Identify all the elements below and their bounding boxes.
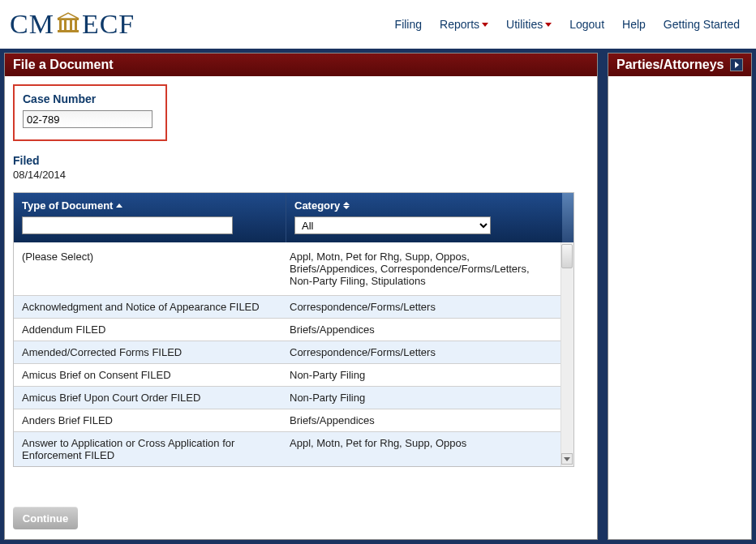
nav-reports[interactable]: Reports xyxy=(440,18,488,31)
table-row[interactable]: Amicus Brief on Consent FILED Non-Party … xyxy=(14,363,573,386)
case-number-box: Case Number xyxy=(13,84,167,141)
svg-rect-1 xyxy=(58,19,79,20)
table-row[interactable]: Amicus Brief Upon Court Order FILED Non-… xyxy=(14,386,573,409)
table-row[interactable]: Acknowledgment and Notice of Appearance … xyxy=(14,295,573,318)
svg-rect-2 xyxy=(59,20,62,30)
cell-doc: Anders Brief FILED xyxy=(14,409,286,431)
svg-rect-5 xyxy=(75,20,77,30)
cell-doc: Amicus Brief Upon Court Order FILED xyxy=(14,387,286,409)
cell-cat: Non-Party Filing xyxy=(286,387,561,409)
svg-rect-3 xyxy=(64,20,67,30)
svg-marker-7 xyxy=(564,457,570,461)
continue-button[interactable]: Continue xyxy=(13,507,78,529)
sort-both-icon xyxy=(343,202,350,209)
main-panel-body: Case Number Filed 08/14/2014 Type of Doc… xyxy=(5,76,597,539)
layout: File a Document Case Number Filed 08/14/… xyxy=(0,49,756,544)
grid-header: Type of Document Category All xyxy=(14,193,573,242)
side-panel-body xyxy=(608,76,751,89)
cell-cat: Non-Party Filing xyxy=(286,364,561,386)
grid-header-edge xyxy=(562,193,573,242)
nav-utilities[interactable]: Utilities xyxy=(506,18,552,31)
svg-marker-8 xyxy=(735,62,739,68)
main-panel-header: File a Document xyxy=(5,54,597,76)
svg-rect-4 xyxy=(70,20,72,30)
nav-logout[interactable]: Logout xyxy=(569,18,604,31)
table-row[interactable]: Addendum FILED Briefs/Appendices xyxy=(14,318,573,341)
svg-rect-6 xyxy=(58,30,79,32)
expand-icon[interactable] xyxy=(730,58,743,71)
document-grid: Type of Document Category All xyxy=(13,192,574,467)
table-row[interactable]: Amended/Corrected Forms FILED Correspond… xyxy=(14,341,573,363)
table-row[interactable]: Anders Brief FILED Briefs/Appendices xyxy=(14,409,573,431)
building-icon xyxy=(56,9,80,40)
nav-reports-label: Reports xyxy=(440,18,479,31)
nav-filing[interactable]: Filing xyxy=(395,18,422,31)
table-row[interactable]: (Please Select) Appl, Motn, Pet for Rhg,… xyxy=(14,242,573,295)
side-panel-header: Parties/Attorneys xyxy=(608,54,751,76)
cell-doc: Amended/Corrected Forms FILED xyxy=(14,341,286,363)
col-header-cat-label: Category xyxy=(294,199,340,212)
cell-doc: (Please Select) xyxy=(14,242,286,295)
filed-label: Filed xyxy=(13,154,589,167)
logo: CM ECF xyxy=(10,9,135,40)
top-header: CM ECF Filing Reports Utilities Logout H… xyxy=(0,0,756,49)
col-header-doc[interactable]: Type of Document xyxy=(14,193,286,242)
logo-text-right: ECF xyxy=(82,9,135,40)
grid-rows: (Please Select) Appl, Motn, Pet for Rhg,… xyxy=(14,242,573,466)
side-panel-title: Parties/Attorneys xyxy=(616,58,724,72)
cell-doc: Amicus Brief on Consent FILED xyxy=(14,364,286,386)
scroll-down-icon[interactable] xyxy=(561,453,573,465)
caret-down-icon xyxy=(482,23,488,27)
cell-cat: Appl, Motn, Pet for Rhg, Supp, Oppos xyxy=(286,432,561,466)
case-number-label: Case Number xyxy=(23,92,157,105)
top-nav: Filing Reports Utilities Logout Help Get… xyxy=(395,18,740,31)
caret-down-icon xyxy=(545,23,552,27)
filed-value: 08/14/2014 xyxy=(13,169,589,181)
nav-help[interactable]: Help xyxy=(622,18,646,31)
cell-cat: Correspondence/Forms/Letters xyxy=(286,296,561,318)
cell-cat: Briefs/Appendices xyxy=(286,319,561,341)
cell-cat: Briefs/Appendices xyxy=(286,409,561,431)
cell-doc: Acknowledgment and Notice of Appearance … xyxy=(14,296,286,318)
col-header-doc-label: Type of Document xyxy=(22,199,113,212)
col-header-cat[interactable]: Category All xyxy=(286,193,562,242)
doc-filter-input[interactable] xyxy=(22,216,233,234)
main-panel-title: File a Document xyxy=(13,58,114,72)
cat-filter-select[interactable]: All xyxy=(294,216,491,234)
cell-doc: Addendum FILED xyxy=(14,319,286,341)
cell-doc: Answer to Application or Cross Applicati… xyxy=(14,432,286,466)
scrollbar[interactable] xyxy=(561,242,573,466)
cell-cat: Appl, Motn, Pet for Rhg, Supp, Oppos, Br… xyxy=(286,242,561,295)
scroll-thumb[interactable] xyxy=(561,244,573,268)
nav-getting-started[interactable]: Getting Started xyxy=(664,18,740,31)
side-panel: Parties/Attorneys xyxy=(608,53,752,540)
svg-marker-0 xyxy=(58,13,79,19)
table-row[interactable]: Answer to Application or Cross Applicati… xyxy=(14,431,573,466)
nav-utilities-label: Utilities xyxy=(506,18,543,31)
case-number-input[interactable] xyxy=(23,110,152,128)
logo-text-left: CM xyxy=(10,9,54,40)
main-panel: File a Document Case Number Filed 08/14/… xyxy=(4,53,598,540)
sort-asc-icon xyxy=(116,203,122,208)
cell-cat: Correspondence/Forms/Letters xyxy=(286,341,561,363)
